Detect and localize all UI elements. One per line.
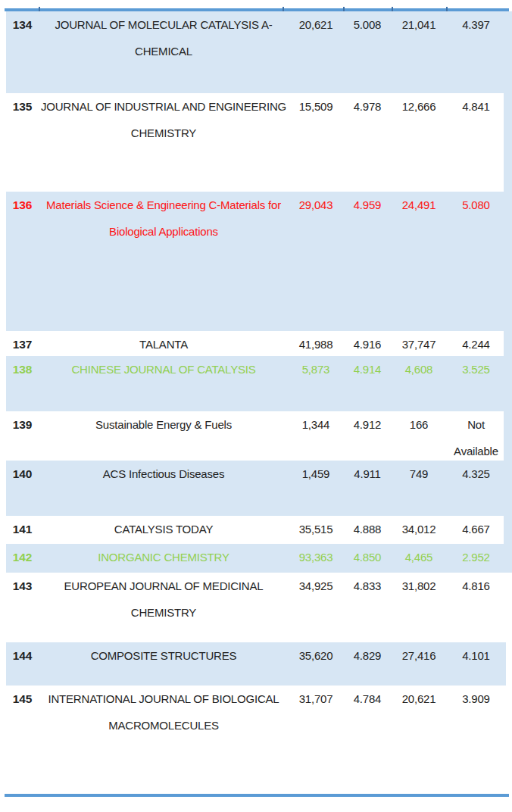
total-cites-cell: 29,043 <box>289 192 343 218</box>
second-factor-cell: 4.816 <box>446 573 506 599</box>
table-row: 135 JOURNAL OF INDUSTRIAL AND ENGINEERIN… <box>6 93 506 192</box>
journal-title-cell: EUROPEAN JOURNAL OF MEDICINAL CHEMISTRY <box>39 573 289 626</box>
table-bottom-border <box>5 794 509 797</box>
impact-factor-cell: 4.914 <box>343 356 392 383</box>
journal-title-cell: INORGANIC CHEMISTRY <box>39 544 289 570</box>
second-factor-cell: 3.525 <box>446 356 506 383</box>
total-cites-cell: 93,363 <box>289 544 343 570</box>
rank-cell: 136 <box>6 192 39 218</box>
second-factor-cell: 4.397 <box>446 11 506 38</box>
table-row: 140 ACS Infectious Diseases 1,459 4.911 … <box>6 461 506 516</box>
document-page: 134 JOURNAL OF MOLECULAR CATALYSIS A-CHE… <box>0 0 512 812</box>
second-cites-cell: 31,802 <box>392 573 446 599</box>
journal-title-cell: COMPOSITE STRUCTURES <box>39 642 289 669</box>
table-row: 136 Materials Science & Engineering C-Ma… <box>6 192 506 331</box>
impact-factor-cell: 4.911 <box>343 461 392 487</box>
second-factor-cell: Not Available <box>446 411 506 464</box>
total-cites-cell: 1,459 <box>289 461 343 487</box>
rank-cell: 138 <box>6 356 39 383</box>
journal-title-cell: JOURNAL OF MOLECULAR CATALYSIS A-CHEMICA… <box>39 11 289 64</box>
second-cites-cell: 21,041 <box>392 11 446 38</box>
total-cites-cell: 31,707 <box>289 686 343 712</box>
second-cites-cell: 749 <box>392 461 446 487</box>
total-cites-cell: 35,515 <box>289 516 343 542</box>
second-cites-cell: 166 <box>392 411 446 438</box>
second-cites-cell: 37,747 <box>392 331 446 358</box>
total-cites-cell: 15,509 <box>289 93 343 120</box>
second-cites-cell: 4,608 <box>392 356 446 383</box>
table-row: 141 CATALYSIS TODAY 35,515 4.888 34,012 … <box>6 516 506 544</box>
journal-title-cell: Materials Science & Engineering C-Materi… <box>39 192 289 245</box>
rank-cell: 141 <box>6 516 39 542</box>
table-row: 139 Sustainable Energy & Fuels 1,344 4.9… <box>6 411 506 461</box>
table-row: 143 EUROPEAN JOURNAL OF MEDICINAL CHEMIS… <box>6 573 506 642</box>
rank-cell: 142 <box>6 544 39 570</box>
impact-factor-cell: 5.008 <box>343 11 392 38</box>
total-cites-cell: 35,620 <box>289 642 343 669</box>
table-row: 138 CHINESE JOURNAL OF CATALYSIS 5,873 4… <box>6 356 506 411</box>
table-row: 145 INTERNATIONAL JOURNAL OF BIOLOGICAL … <box>6 686 506 794</box>
rank-cell: 145 <box>6 686 39 712</box>
impact-factor-cell: 4.829 <box>343 642 392 669</box>
impact-factor-cell: 4.912 <box>343 411 392 438</box>
table-row: 142 INORGANIC CHEMISTRY 93,363 4.850 4,4… <box>6 544 506 573</box>
rank-cell: 139 <box>6 411 39 438</box>
second-factor-cell: 3.909 <box>446 686 506 712</box>
impact-factor-cell: 4.959 <box>343 192 392 218</box>
total-cites-cell: 34,925 <box>289 573 343 599</box>
journal-title-cell: TALANTA <box>39 331 289 358</box>
impact-factor-cell: 4.888 <box>343 516 392 542</box>
total-cites-cell: 20,621 <box>289 11 343 38</box>
rank-cell: 140 <box>6 461 39 487</box>
table-row: 134 JOURNAL OF MOLECULAR CATALYSIS A-CHE… <box>6 11 506 93</box>
second-cites-cell: 34,012 <box>392 516 446 542</box>
total-cites-cell: 1,344 <box>289 411 343 438</box>
second-factor-cell: 4.841 <box>446 93 506 120</box>
second-cites-cell: 27,416 <box>392 642 446 669</box>
rank-cell: 143 <box>6 573 39 599</box>
table-row: 137 TALANTA 41,988 4.916 37,747 4.244 <box>6 331 506 356</box>
second-cites-cell: 24,491 <box>392 192 446 218</box>
impact-factor-cell: 4.978 <box>343 93 392 120</box>
impact-factor-cell: 4.784 <box>343 686 392 712</box>
second-factor-cell: 4.667 <box>446 516 506 542</box>
journal-title-cell: ACS Infectious Diseases <box>39 461 289 487</box>
impact-factor-cell: 4.833 <box>343 573 392 599</box>
second-factor-cell: 2.952 <box>446 544 506 570</box>
table-row: 144 COMPOSITE STRUCTURES 35,620 4.829 27… <box>6 642 506 686</box>
rank-cell: 135 <box>6 93 39 120</box>
second-factor-cell: 4.325 <box>446 461 506 487</box>
second-factor-cell: 4.101 <box>446 642 506 669</box>
journal-title-cell: CATALYSIS TODAY <box>39 516 289 542</box>
second-cites-cell: 12,666 <box>392 93 446 120</box>
second-cites-cell: 20,621 <box>392 686 446 712</box>
total-cites-cell: 41,988 <box>289 331 343 358</box>
journal-title-cell: JOURNAL OF INDUSTRIAL AND ENGINEERING CH… <box>39 93 289 146</box>
second-factor-cell: 5.080 <box>446 192 506 218</box>
impact-factor-cell: 4.850 <box>343 544 392 570</box>
journal-title-cell: CHINESE JOURNAL OF CATALYSIS <box>39 356 289 383</box>
journal-title-cell: Sustainable Energy & Fuels <box>39 411 289 438</box>
journal-title-cell: INTERNATIONAL JOURNAL OF BIOLOGICAL MACR… <box>39 686 289 739</box>
rank-cell: 134 <box>6 11 39 38</box>
total-cites-cell: 5,873 <box>289 356 343 383</box>
second-factor-cell: 4.244 <box>446 331 506 358</box>
rank-cell: 144 <box>6 642 39 669</box>
rank-cell: 137 <box>6 331 39 358</box>
impact-factor-cell: 4.916 <box>343 331 392 358</box>
second-cites-cell: 4,465 <box>392 544 446 570</box>
journal-table: 134 JOURNAL OF MOLECULAR CATALYSIS A-CHE… <box>6 11 506 794</box>
